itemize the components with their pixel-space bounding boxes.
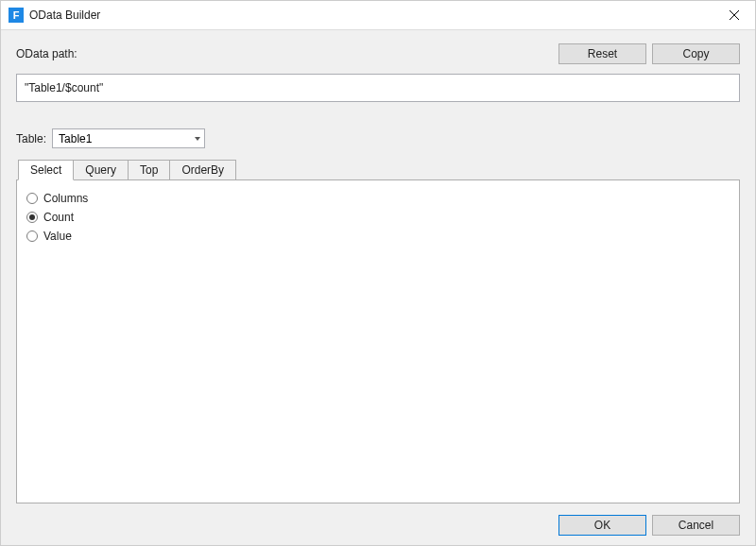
tab-query[interactable]: Query <box>73 160 129 180</box>
radio-label: Columns <box>43 192 88 205</box>
path-header-row: OData path: Reset Copy <box>16 43 740 64</box>
tabstrip: Select Query Top OrderBy <box>16 160 740 180</box>
radio-columns[interactable]: Columns <box>26 192 730 205</box>
tab-select[interactable]: Select <box>18 160 74 180</box>
radio-value[interactable]: Value <box>26 230 730 243</box>
close-button[interactable] <box>713 1 755 30</box>
titlebar: F OData Builder <box>1 1 755 30</box>
tab-top[interactable]: Top <box>128 160 170 180</box>
cancel-button[interactable]: Cancel <box>652 515 740 536</box>
table-select[interactable]: Table1 <box>52 128 205 148</box>
tabpanel-select: Columns Count Value <box>16 179 740 503</box>
radio-count[interactable]: Count <box>26 211 730 224</box>
radio-icon <box>26 230 38 242</box>
radio-label: Value <box>43 230 72 243</box>
odata-path-label: OData path: <box>16 47 77 60</box>
copy-button[interactable]: Copy <box>652 43 740 64</box>
dialog-footer: OK Cancel <box>16 515 740 536</box>
table-row: Table: Table1 <box>16 128 740 148</box>
window-title: OData Builder <box>29 9 713 22</box>
table-label: Table: <box>16 132 46 145</box>
dialog-body: OData path: Reset Copy Table: Table1 Sel… <box>1 30 755 546</box>
app-icon: F <box>9 8 24 23</box>
chevron-down-icon <box>195 137 200 141</box>
radio-icon <box>26 212 38 223</box>
odata-path-input[interactable] <box>16 74 740 102</box>
reset-button[interactable]: Reset <box>558 43 646 64</box>
ok-button[interactable]: OK <box>558 515 646 536</box>
table-select-value: Table1 <box>59 132 92 145</box>
tab-orderby[interactable]: OrderBy <box>169 160 236 180</box>
close-icon <box>730 10 739 20</box>
radio-label: Count <box>43 211 74 224</box>
radio-icon <box>26 193 38 204</box>
